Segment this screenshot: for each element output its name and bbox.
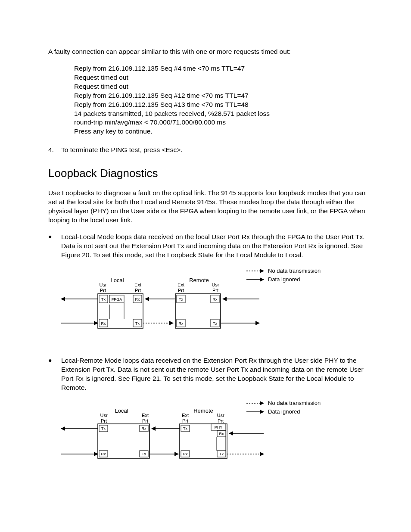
diagram-local-remote: No data transmission Data ignored Local …: [61, 398, 337, 471]
label-tx: Tx: [135, 321, 140, 326]
label-fpga: FPGA: [112, 297, 122, 302]
svg-text:Prt: Prt: [218, 418, 224, 423]
svg-text:Prt: Prt: [142, 418, 148, 423]
label-rx: Rx: [135, 297, 140, 302]
console-line: 14 packets transmitted, 10 packets recei…: [74, 109, 368, 118]
bullet-local-local: ● Local-Local Mode loops data received o…: [48, 233, 368, 260]
console-line: Request timed out: [74, 73, 368, 82]
label-remote: Remote: [193, 408, 213, 414]
console-line: Press any key to continue.: [74, 127, 368, 136]
label-usr: Usr: [212, 282, 219, 287]
label-prt: Prt: [212, 288, 218, 293]
svg-text:Tx: Tx: [142, 452, 146, 456]
step-text: To terminate the PING test, press <Esc>.: [61, 146, 183, 155]
label-tx: Tx: [101, 297, 106, 302]
bullet-text: Local-Remote Mode loops data received on…: [61, 356, 368, 392]
figure-21: No data transmission Data ignored Local …: [61, 398, 368, 471]
svg-text:Tx: Tx: [219, 452, 224, 456]
label-rx: Rx: [179, 321, 184, 326]
console-line: Reply from 216.109.112.135 Seq #4 time <…: [74, 64, 368, 73]
label-rx: Rx: [213, 297, 218, 302]
loopback-intro: Use Loopbacks to diagnose a fault on the…: [48, 189, 368, 225]
bullet-dot-icon: ●: [48, 356, 61, 392]
label-tx: Tx: [179, 297, 183, 302]
svg-text:Usr: Usr: [217, 413, 224, 418]
svg-text:Ext: Ext: [142, 413, 149, 418]
diagram-local-local: No data transmission Data ignored Local …: [61, 266, 337, 339]
console-line: Reply from 216.109.112.135 Seq #12 time …: [74, 91, 368, 100]
console-line: Request timed out: [74, 82, 368, 91]
console-output: Reply from 216.109.112.135 Seq #4 time <…: [74, 64, 368, 136]
label-local: Local: [110, 277, 124, 283]
label-prt: Prt: [100, 288, 106, 293]
label-usr: Usr: [99, 282, 106, 287]
intro-paragraph: A faulty connection can appear similar t…: [48, 47, 368, 56]
step-4: 4. To terminate the PING test, press <Es…: [48, 146, 368, 155]
svg-text:Prt: Prt: [182, 418, 188, 423]
svg-text:Rx: Rx: [183, 452, 188, 456]
bullet-local-remote: ● Local-Remote Mode loops data received …: [48, 356, 368, 392]
bullet-text: Local-Local Mode loops data received on …: [61, 233, 368, 260]
svg-text:Prt: Prt: [101, 418, 107, 423]
svg-text:Rx: Rx: [142, 426, 146, 431]
figure-20: No data transmission Data ignored Local …: [61, 266, 368, 339]
section-heading: Loopback Diagnostics: [48, 166, 368, 181]
legend-no-data: No data transmission: [268, 400, 321, 406]
svg-text:Rx: Rx: [101, 452, 106, 456]
step-number: 4.: [48, 146, 61, 155]
label-tx: Tx: [213, 321, 217, 326]
svg-text:Tx: Tx: [183, 426, 187, 431]
svg-text:Tx: Tx: [101, 426, 106, 431]
label-phy: PHY: [215, 425, 223, 429]
label-prt: Prt: [135, 288, 141, 293]
bullet-dot-icon: ●: [48, 233, 61, 260]
legend-data-ignored: Data ignored: [268, 276, 300, 283]
legend-no-data: No data transmission: [268, 268, 321, 274]
label-ext: Ext: [134, 282, 141, 287]
console-line: round-trip min/avg/max < 70.000/71.000/8…: [74, 118, 368, 127]
label-remote: Remote: [189, 277, 209, 283]
svg-text:Usr: Usr: [100, 413, 107, 418]
label-local: Local: [115, 408, 128, 414]
label-ext: Ext: [177, 282, 184, 287]
label-rx: Rx: [101, 321, 106, 326]
svg-text:Ext: Ext: [182, 413, 189, 418]
label-prt: Prt: [178, 288, 184, 293]
legend-data-ignored: Data ignored: [268, 408, 300, 415]
console-line: Reply from 216.109.112.135 Seq #13 time …: [74, 100, 368, 109]
svg-text:Rx: Rx: [219, 432, 224, 436]
